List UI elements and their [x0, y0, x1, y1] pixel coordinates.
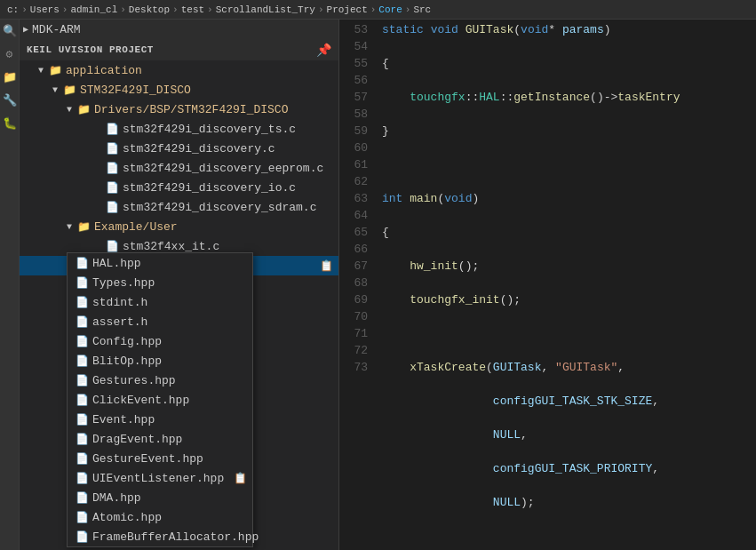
tools-icon[interactable]: 🔧 — [2, 92, 18, 108]
code-line-54: { — [382, 55, 756, 72]
line-num: 57 — [346, 89, 368, 106]
tree-item-discovery-io[interactable]: 📄 stm32f429i_discovery_io.c — [20, 178, 338, 197]
arrow-spacer — [91, 180, 105, 195]
line-num: 59 — [346, 123, 368, 139]
item-label: ClickEvent.hpp — [92, 394, 189, 407]
tree-item-example-user[interactable]: ▼ 📁 Example/User — [20, 217, 338, 236]
tree-item-discovery-ts[interactable]: 📄 stm32f429i_discovery_ts.c — [20, 119, 338, 139]
code-line-60: hw_init(); — [382, 258, 756, 275]
dropdown-item-framebuffer[interactable]: 📄 FrameBufferAllocator.hpp — [68, 527, 252, 546]
gear-icon[interactable]: ⚙ — [2, 46, 18, 62]
item-label: application — [66, 64, 142, 77]
line-num: 72 — [346, 342, 368, 359]
file-h-icon: 📄 — [75, 393, 89, 407]
item-label: UIEventListener.hpp — [92, 472, 224, 485]
file-h-icon: 📄 — [75, 354, 89, 368]
sidebar-title: KEIL UVISION PROJECT — [27, 44, 154, 55]
sidebar-header: KEIL UVISION PROJECT 📌 — [20, 39, 338, 60]
tree-item-stm32[interactable]: ▼ 📁 STM32F429I_DISCO — [20, 80, 338, 100]
dropdown-item-atomic[interactable]: 📄 Atomic.hpp — [68, 507, 252, 527]
item-label: stdint.h — [92, 296, 147, 309]
tree-item-discovery-c[interactable]: 📄 stm32f429i_discovery.c — [20, 139, 338, 158]
code-line-66: configGUI_TASK_PRIORITY, — [382, 460, 756, 477]
line-num: 58 — [346, 106, 368, 123]
dropdown-item-types[interactable]: 📄 Types.hpp — [68, 273, 252, 292]
code-line-65: NULL, — [382, 426, 756, 443]
copy-icon[interactable]: 📋 — [234, 472, 247, 485]
line-num: 68 — [346, 275, 368, 291]
dropdown-item-assert[interactable]: 📄 assert.h — [68, 312, 252, 331]
line-num: 71 — [346, 325, 368, 342]
dropdown-item-dma[interactable]: 📄 DMA.hpp — [68, 488, 252, 507]
dropdown-item-clickevent[interactable]: 📄 ClickEvent.hpp — [68, 390, 252, 410]
tree-item-drivers-bsp[interactable]: ▼ 📁 Drivers/BSP/STM32F429I_DISCO — [20, 100, 338, 119]
item-label: BlitOp.hpp — [92, 355, 162, 368]
file-h-icon: 📄 — [75, 530, 89, 544]
file-c-icon: 📄 — [105, 180, 119, 195]
breadcrumb-item: test — [181, 4, 204, 15]
file-h-icon: 📄 — [75, 315, 89, 329]
dropdown-item-blitop[interactable]: 📄 BlitOp.hpp — [68, 351, 252, 371]
item-label: stm32f429i_discovery_eeprom.c — [123, 162, 323, 175]
file-h-icon: 📄 — [75, 451, 89, 466]
dropdown-item-stdint[interactable]: 📄 stdint.h — [68, 292, 252, 312]
mdk-arm-bar: ▶ MDK-ARM — [20, 20, 338, 39]
code-line-56: } — [382, 123, 756, 139]
breadcrumb-item: c: — [7, 4, 19, 15]
debug-icon[interactable]: 🐛 — [2, 116, 18, 132]
main-layout: 🔍 ⚙ 📁 🔧 🐛 ▶ MDK-ARM KEIL UVISION PROJECT… — [0, 20, 756, 550]
tree-item-application[interactable]: ▼ 📁 application — [20, 60, 338, 80]
item-label: HAL.hpp — [92, 257, 141, 270]
tree-item-discovery-eeprom[interactable]: 📄 stm32f429i_discovery_eeprom.c — [20, 158, 338, 178]
breadcrumb: c: › Users › admin_cl › Desktop › test ›… — [0, 0, 756, 20]
pin-icon[interactable]: 📌 — [316, 43, 331, 58]
item-label: Config.hpp — [92, 335, 162, 348]
line-num: 66 — [346, 241, 368, 258]
arrow-spacer — [91, 239, 105, 253]
line-num: 65 — [346, 224, 368, 241]
breadcrumb-item: Users — [30, 4, 60, 15]
line-num: 63 — [346, 190, 368, 207]
files-icon[interactable]: 📁 — [2, 69, 18, 85]
breadcrumb-item: Project — [327, 4, 368, 15]
dropdown-item-uieventlistener[interactable]: 📄 UIEventListener.hpp 📋 — [68, 468, 252, 488]
search-icon[interactable]: 🔍 — [2, 23, 18, 39]
line-num: 64 — [346, 207, 368, 224]
line-num: 69 — [346, 291, 368, 308]
code-line-55: touchgfx::HAL::getInstance()->taskEntry — [382, 89, 756, 106]
dropdown-item-config[interactable]: 📄 Config.hpp — [68, 331, 252, 351]
dropdown-item-gestureevent[interactable]: 📄 GestureEvent.hpp — [68, 449, 252, 468]
item-label: stm32f429i_discovery_sdram.c — [123, 201, 316, 214]
item-label: DMA.hpp — [92, 491, 141, 505]
dropdown-item-gestures[interactable]: 📄 Gestures.hpp — [68, 371, 252, 390]
tree-item-discovery-sdram[interactable]: 📄 stm32f429i_discovery_sdram.c — [20, 197, 338, 217]
code-editor[interactable]: 53 54 55 56 57 58 59 60 61 62 63 64 65 6… — [339, 20, 756, 550]
file-h-icon: 📄 — [75, 275, 89, 290]
copy-icon[interactable]: 📋 — [320, 259, 333, 273]
item-label: stm32f429i_discovery.c — [123, 142, 275, 155]
sidebar: ▶ MDK-ARM KEIL UVISION PROJECT 📌 ▼ 📁 app… — [20, 20, 339, 550]
arrow-icon: ▼ — [48, 83, 62, 97]
file-h-icon: 📄 — [75, 412, 89, 426]
line-num: 62 — [346, 173, 368, 190]
file-h-icon: 📄 — [75, 471, 89, 485]
line-num: 56 — [346, 72, 368, 89]
line-num: 61 — [346, 156, 368, 173]
arrow-spacer — [91, 200, 105, 214]
item-label: stm32f429i_discovery_io.c — [123, 181, 296, 195]
file-dropdown: 📄 HAL.hpp 📄 Types.hpp 📄 stdint.h 📄 asser… — [67, 252, 253, 547]
item-label: Example/User — [94, 220, 178, 234]
file-h-icon: 📄 — [75, 373, 89, 387]
breadcrumb-item: Desktop — [129, 4, 170, 15]
breadcrumb-item-core: Core — [378, 4, 402, 15]
item-label: stm32f429i_discovery_ts.c — [123, 123, 296, 136]
dropdown-item-event[interactable]: 📄 Event.hpp — [68, 410, 252, 429]
file-c-icon: 📄 — [105, 200, 119, 214]
file-c-icon: 📄 — [105, 161, 119, 175]
dropdown-item-hal[interactable]: 📄 HAL.hpp — [68, 253, 252, 273]
code-line-59: { — [382, 224, 756, 241]
dropdown-item-dragevent[interactable]: 📄 DragEvent.hpp — [68, 429, 252, 449]
file-h-icon: 📄 — [75, 510, 89, 524]
sidebar-tree: ▼ 📁 application ▼ 📁 STM32F429I_DISCO ▼ 📁… — [20, 60, 338, 550]
code-line-62 — [382, 325, 756, 342]
